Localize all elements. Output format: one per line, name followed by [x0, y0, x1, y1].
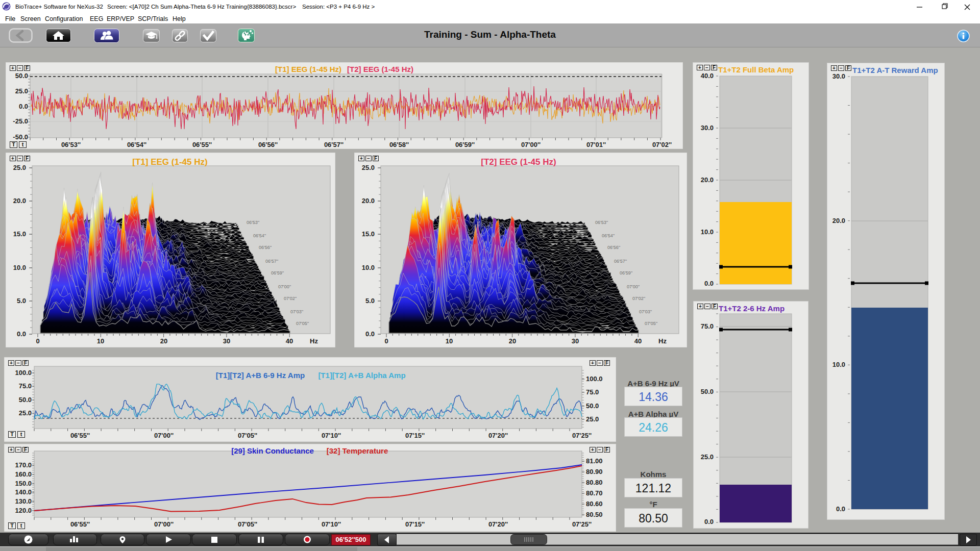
- svg-text:07'15'': 07'15'': [405, 520, 425, 528]
- svg-text:07'01'': 07'01'': [586, 141, 606, 148]
- svg-text:10.0: 10.0: [832, 361, 845, 368]
- svg-text:06'54'': 06'54'': [253, 233, 266, 238]
- svg-text:06'57'': 06'57'': [324, 141, 344, 148]
- svg-text:0: 0: [384, 337, 388, 345]
- svg-text:75.0: 75.0: [19, 382, 32, 390]
- svg-text:50.0: 50.0: [701, 388, 714, 395]
- svg-text:06'56'': 06'56'': [259, 245, 272, 250]
- svg-text:06'56'': 06'56'': [607, 245, 620, 250]
- svg-text:07'03'': 07'03'': [290, 309, 303, 314]
- svg-text:30.0: 30.0: [832, 72, 845, 80]
- svg-text:06'59'': 06'59'': [271, 270, 284, 276]
- svg-text:140.0: 140.0: [15, 488, 32, 496]
- svg-text:07'20'': 07'20'': [488, 432, 508, 439]
- svg-text:07'25'': 07'25'': [572, 432, 592, 439]
- svg-text:25.0: 25.0: [586, 415, 599, 423]
- svg-text:100.0: 100.0: [586, 375, 603, 383]
- svg-text:07'02'': 07'02'': [632, 296, 645, 301]
- svg-text:07'02'': 07'02'': [284, 296, 297, 301]
- svg-text:06'59'': 06'59'': [620, 270, 632, 276]
- svg-text:25.0: 25.0: [362, 164, 375, 171]
- svg-text:07'05'': 07'05'': [645, 321, 657, 326]
- svg-text:07'10'': 07'10'': [322, 520, 341, 528]
- svg-text:80.90: 80.90: [586, 468, 603, 475]
- svg-text:07'05'': 07'05'': [238, 432, 257, 439]
- svg-text:30: 30: [572, 337, 579, 345]
- svg-text:80.80: 80.80: [586, 479, 603, 486]
- svg-text:06'55'': 06'55'': [192, 141, 212, 148]
- svg-text:10.0: 10.0: [13, 264, 26, 271]
- svg-text:5.0: 5.0: [365, 297, 375, 305]
- svg-text:06'54'': 06'54'': [602, 233, 615, 238]
- svg-text:07'03'': 07'03'': [639, 309, 652, 314]
- svg-text:150.0: 150.0: [15, 480, 32, 487]
- svg-text:81.00: 81.00: [586, 457, 603, 465]
- svg-text:0.0: 0.0: [836, 505, 845, 513]
- svg-text:50.0: 50.0: [586, 402, 599, 410]
- svg-text:06'58'': 06'58'': [389, 141, 409, 148]
- svg-text:40: 40: [634, 337, 642, 345]
- svg-text:[T1][T2] A+B Alpha Amp: [T1][T2] A+B Alpha Amp: [318, 371, 405, 380]
- svg-text:07'10'': 07'10'': [322, 432, 341, 439]
- svg-text:06'55'': 06'55'': [70, 520, 90, 528]
- svg-text:06'57'': 06'57'': [265, 259, 278, 264]
- svg-text:Hz: Hz: [310, 337, 318, 345]
- svg-text:06'53'': 06'53'': [61, 141, 81, 148]
- svg-text:25.0: 25.0: [19, 409, 32, 417]
- svg-text:30.0: 30.0: [701, 124, 714, 132]
- svg-text:07'00'': 07'00'': [278, 284, 291, 289]
- svg-text:15.0: 15.0: [13, 230, 26, 238]
- svg-text:[32] Temperature: [32] Temperature: [327, 446, 388, 455]
- svg-text:[T2] EEG (1-45 Hz): [T2] EEG (1-45 Hz): [481, 157, 556, 167]
- svg-text:06'56'': 06'56'': [258, 141, 278, 148]
- svg-text:07'00'': 07'00'': [154, 520, 174, 528]
- svg-text:07'02'': 07'02'': [652, 141, 672, 148]
- svg-text:5.0: 5.0: [17, 297, 26, 305]
- svg-text:07'15'': 07'15'': [405, 432, 425, 439]
- svg-text:50.0: 50.0: [19, 396, 32, 404]
- svg-text:20.0: 20.0: [701, 176, 714, 184]
- svg-text:07'00'': 07'00'': [154, 432, 174, 439]
- svg-text:06'54'': 06'54'': [127, 141, 146, 148]
- svg-text:[T2] EEG (1-45 Hz): [T2] EEG (1-45 Hz): [347, 65, 413, 73]
- svg-text:25.0: 25.0: [15, 87, 28, 95]
- svg-text:[T1] EEG (1-45 Hz): [T1] EEG (1-45 Hz): [275, 65, 341, 73]
- svg-text:[T1][T2] A+B 6-9 Hz Amp: [T1][T2] A+B 6-9 Hz Amp: [216, 371, 305, 380]
- svg-text:130.0: 130.0: [15, 497, 32, 505]
- svg-text:07'00'': 07'00'': [521, 141, 541, 148]
- svg-text:20.0: 20.0: [13, 197, 26, 205]
- svg-text:10.0: 10.0: [701, 228, 714, 236]
- svg-text:40: 40: [286, 337, 293, 345]
- svg-text:-25.0: -25.0: [13, 117, 28, 125]
- svg-text:[29] Skin Conductance: [29] Skin Conductance: [231, 446, 314, 455]
- svg-text:-50.0: -50.0: [13, 133, 28, 141]
- svg-text:07'00'': 07'00'': [627, 284, 640, 289]
- svg-text:20.0: 20.0: [362, 197, 375, 205]
- svg-text:170.0: 170.0: [15, 461, 32, 469]
- svg-text:30: 30: [223, 337, 230, 345]
- svg-text:75.0: 75.0: [586, 388, 599, 396]
- svg-text:100.0: 100.0: [15, 369, 32, 377]
- svg-text:10: 10: [97, 337, 104, 345]
- svg-text:80.70: 80.70: [586, 489, 603, 497]
- svg-text:20: 20: [509, 337, 516, 345]
- svg-text:0.0: 0.0: [704, 518, 714, 525]
- svg-text:0.0: 0.0: [704, 280, 714, 287]
- svg-text:120.0: 120.0: [15, 507, 32, 514]
- svg-text:07'20'': 07'20'': [488, 520, 508, 528]
- svg-text:20: 20: [160, 337, 167, 345]
- svg-text:10.0: 10.0: [362, 264, 375, 271]
- svg-text:[T1] EEG (1-45 Hz): [T1] EEG (1-45 Hz): [132, 157, 207, 167]
- svg-text:10: 10: [446, 337, 453, 345]
- svg-text:25.0: 25.0: [701, 453, 714, 461]
- svg-text:80.50: 80.50: [586, 511, 603, 518]
- svg-text:06'57'': 06'57'': [614, 259, 627, 264]
- svg-text:07'05'': 07'05'': [238, 520, 257, 528]
- svg-text:40.0: 40.0: [701, 72, 714, 80]
- svg-text:25.0: 25.0: [13, 164, 26, 171]
- svg-text:0: 0: [36, 337, 39, 345]
- svg-text:160.0: 160.0: [15, 470, 32, 478]
- svg-text:06'55'': 06'55'': [70, 432, 90, 439]
- svg-text:0.0: 0.0: [19, 103, 28, 110]
- svg-text:80.60: 80.60: [586, 500, 603, 508]
